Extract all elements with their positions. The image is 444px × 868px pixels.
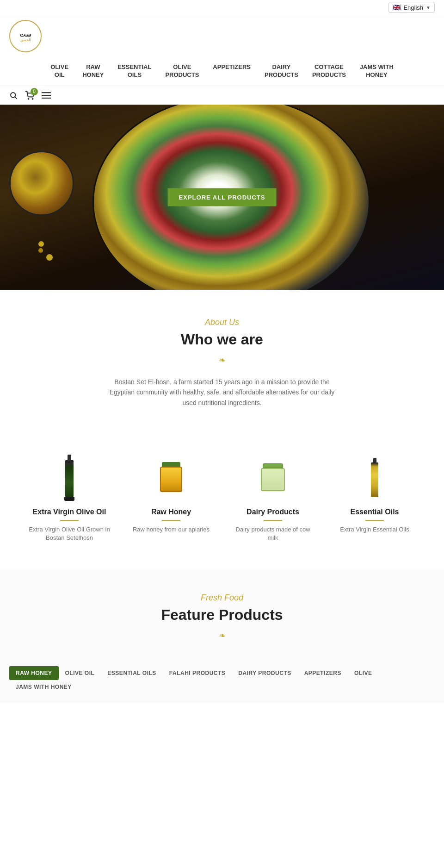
chevron-down-icon: ▼: [426, 5, 431, 10]
about-section: About Us Who we are ❧ Bostan Set El-hosn…: [0, 290, 444, 445]
language-selector[interactable]: 🇬🇧 English ▼: [388, 2, 435, 13]
feature-section: Fresh Food Feature Products ❧: [0, 570, 444, 662]
product-name-2: Dairy Products: [231, 508, 314, 516]
nav-jams-with-honey[interactable]: JAMS WITH HONEY: [360, 62, 394, 81]
product-desc-1: Raw honey from our apiaries: [130, 525, 213, 534]
nav-olive-products[interactable]: OLIVE PRODUCTS: [165, 62, 199, 81]
filter-tab-olive[interactable]: OLIVE: [348, 666, 379, 680]
svg-text:❧: ❧: [219, 356, 226, 365]
svg-line-1: [15, 97, 17, 99]
nav-raw-honey[interactable]: RAW HONEY: [82, 62, 104, 81]
svg-text:❧: ❧: [219, 631, 226, 640]
main-navigation: OLIVE OIL RAW HONEY ESSENTIAL OILS OLIVE…: [0, 57, 444, 86]
filter-tab-essential-oils[interactable]: ESSENTIAL OILS: [101, 666, 162, 680]
language-label: English: [403, 4, 423, 11]
product-img-dairy: [231, 454, 314, 500]
product-card-dairy: Dairy Products Dairy products made of co…: [231, 454, 314, 542]
product-card-essential-oils: Essential Oils Extra Virgin Essential Oi…: [333, 454, 416, 542]
product-desc-3: Extra Virgin Essential Oils: [333, 525, 416, 534]
page-bottom: [0, 703, 444, 842]
product-name-3: Essential Oils: [333, 508, 416, 516]
product-divider-3: [365, 520, 384, 521]
feature-title: Feature Products: [18, 606, 426, 624]
product-categories: Extra Virgin Olive Oil Extra Virgin Oliv…: [0, 445, 444, 570]
about-ornament: ❧: [37, 354, 407, 368]
logo-subtitle: الحسن: [20, 38, 31, 42]
product-divider-2: [264, 520, 282, 521]
menu-button[interactable]: [42, 92, 51, 99]
cart-wrapper: 0: [25, 91, 34, 100]
product-name-0: Extra Virgin Olive Oil: [28, 508, 111, 516]
cart-badge: 0: [31, 88, 38, 95]
product-card-olive-oil: Extra Virgin Olive Oil Extra Virgin Oliv…: [28, 454, 111, 542]
about-subtitle: About Us: [37, 318, 407, 327]
filter-tab-raw-honey[interactable]: RAW HONEY: [9, 666, 59, 680]
filter-tab-jams-with-honey[interactable]: JAMS WITH HONEY: [9, 680, 78, 694]
hero-section: EXPLORE ALL PRODUCTS: [0, 105, 444, 290]
product-img-raw-honey: [130, 454, 213, 500]
icon-bar: 0: [0, 86, 444, 105]
about-title: Who we are: [37, 331, 407, 348]
filter-tabs: RAW HONEY OLIVE OIL ESSENTIAL OILS FALAH…: [0, 662, 444, 703]
svg-point-3: [32, 98, 33, 99]
nav-dairy-products[interactable]: DAIRY PRODUCTS: [265, 62, 298, 81]
svg-point-0: [11, 93, 16, 98]
product-img-essential-oils: [333, 454, 416, 500]
nav-appetizers[interactable]: APPETIZERS: [213, 62, 251, 73]
about-description: Bostan Set El-hosn, a farm started 15 ye…: [106, 377, 338, 408]
filter-tab-appetizers[interactable]: APPETIZERS: [298, 666, 348, 680]
explore-button[interactable]: EXPLORE ALL PRODUCTS: [168, 188, 277, 206]
nav-cottage-products[interactable]: COTTAGE PRODUCTS: [312, 62, 346, 81]
product-card-raw-honey: Raw Honey Raw honey from our apiaries: [130, 454, 213, 542]
logo-arabic: ست: [19, 31, 31, 38]
product-divider-0: [60, 520, 79, 521]
product-desc-0: Extra Virgin Olive Oil Grown in Bostan S…: [28, 525, 111, 542]
search-button[interactable]: [9, 91, 18, 100]
filter-tab-falahi-products[interactable]: FALAHI PRODUCTS: [163, 666, 232, 680]
logo[interactable]: ست الحسن: [9, 20, 42, 52]
flag-icon: 🇬🇧: [393, 4, 401, 11]
product-img-olive-oil: [28, 454, 111, 500]
nav-olive-oil[interactable]: OLIVE OIL: [50, 62, 68, 81]
product-name-1: Raw Honey: [130, 508, 213, 516]
feature-ornament: ❧: [18, 629, 426, 643]
top-bar: 🇬🇧 English ▼: [0, 0, 444, 15]
product-divider-1: [162, 520, 180, 521]
filter-tab-olive-oil[interactable]: OLIVE OIL: [59, 666, 101, 680]
nav-essential-oils[interactable]: ESSENTIAL OILS: [117, 62, 151, 81]
svg-point-2: [28, 98, 29, 99]
filter-tab-dairy-products[interactable]: DAIRY PRODUCTS: [232, 666, 297, 680]
header: ست الحسن: [0, 15, 444, 57]
product-desc-2: Dairy products made of cow milk: [231, 525, 314, 542]
feature-subtitle: Fresh Food: [18, 593, 426, 603]
